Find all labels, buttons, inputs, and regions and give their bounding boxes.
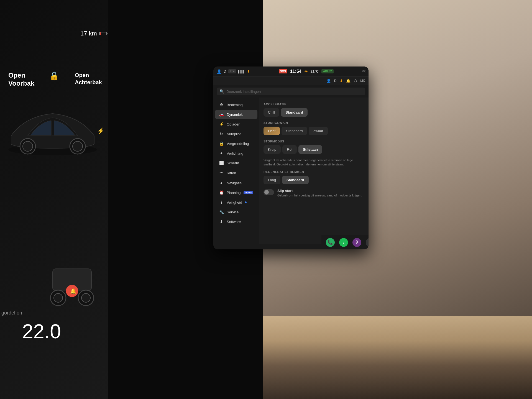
opladen-icon: ⚡ (219, 122, 224, 126)
verlichting-label: Verlichting (227, 151, 243, 155)
slip-start-toggle[interactable] (264, 189, 274, 195)
stuurgewicht-btn-group: Licht Standaard Zwaar (264, 127, 364, 135)
user-initial-2: D (334, 79, 337, 83)
bluetooth-icon: ⬡ (354, 79, 357, 83)
taskbar: 📞 ♪ 🎙 ··· 🕹 ▶ 📅 🔊 › (321, 235, 369, 249)
sidebar-item-scherm[interactable]: ⬜ Scherm (215, 158, 257, 168)
taskbar-spotify-btn[interactable]: ♪ (339, 238, 348, 247)
stuurgewicht-section-label: Stuurgewicht (264, 121, 364, 124)
dynamiek-label: Dynamiek (227, 112, 243, 117)
stopmodus-section-label: Stopmodus (264, 140, 364, 143)
regeneratief-btn-group: Laag Standaard (264, 176, 364, 184)
tesla-screen: 👤 D LTE ▌▌▌ ⬇ SOS 11:54 ☀ 21°C AGI 52 🗺 … (213, 66, 369, 249)
stopmodus-description: Vergroot de actieradius door meer regene… (264, 158, 364, 167)
sidebar-item-verlichting[interactable]: ✦ Verlichting (215, 149, 257, 158)
sos-badge: SOS (279, 69, 287, 73)
search-bar[interactable]: 🔍 Doorzoek instellingen (217, 88, 365, 95)
status-left: 👤 D LTE ▌▌▌ ⬇ (217, 69, 250, 74)
sidebar-item-bediening[interactable]: ⚙ Bediening (215, 100, 257, 109)
svg-point-10 (81, 293, 90, 302)
sidebar-item-service[interactable]: 🔧 Service (215, 207, 257, 217)
agi-badge: AGI 52 (321, 69, 334, 73)
sidebar-item-software[interactable]: ⬇ Software (215, 217, 257, 226)
voorbak-text: Voorbak (8, 80, 34, 88)
achterbak-text: Achterbak (75, 79, 102, 86)
left-dashboard: 17 km Open Voorbak 🔓 Open Achterbak (0, 0, 108, 399)
search-placeholder: Doorzoek instellingen (226, 89, 261, 94)
status-bar-2: 👤 D ⬇ 🔔 ⬡ LTE (213, 76, 369, 85)
stuurgewicht-zwaar-btn[interactable]: Zwaar (309, 127, 328, 135)
dynamiek-icon: 🚗 (219, 112, 224, 117)
stopmodus-btn-group: Kruip Rol Stilstaan (264, 145, 364, 154)
autopilot-icon: ↻ (219, 132, 224, 136)
software-icon: ⬇ (219, 219, 224, 224)
slip-start-row: Slip start Gebruik om het voertuig uit s… (264, 189, 364, 198)
ritten-label: Ritten (227, 171, 236, 175)
vergrendeling-label: Vergrendeling (227, 142, 249, 146)
veiligheid-icon: ℹ (219, 200, 224, 204)
stopmodus-kruip-btn[interactable]: Kruip (264, 145, 281, 154)
person-icon: 👤 (217, 69, 221, 74)
regeneratief-standaard-btn[interactable]: Standaard (282, 176, 309, 184)
svg-point-2 (23, 141, 33, 151)
svg-text:⚡: ⚡ (97, 127, 103, 135)
slip-start-text: Slip start Gebruik om het voertuig uit s… (277, 189, 362, 198)
scherm-label: Scherm (227, 161, 239, 165)
acceleratie-btn-group: Chill Standaard (264, 108, 364, 117)
software-label: Software (227, 220, 241, 224)
open-label-voorbak: Open (8, 71, 34, 80)
svg-point-4 (73, 141, 83, 151)
sidebar-item-dynamiek[interactable]: 🚗 Dynamiek (215, 110, 257, 119)
taskbar-phone-btn[interactable]: 📞 (326, 238, 335, 247)
slip-start-desc: Gebruik om het voertuig uit sneeuw, zand… (277, 193, 362, 198)
voorbak-label: Open Voorbak (8, 71, 34, 88)
sidebar-item-veiligheid[interactable]: ℹ Veiligheid (215, 198, 257, 207)
planning-label: Planning (227, 191, 241, 195)
settings-panel: Acceleratie Chill Standaard Stuurgewicht… (259, 98, 369, 244)
stopmodus-rol-btn[interactable]: Rol (282, 145, 297, 154)
svg-text:🔔: 🔔 (70, 288, 76, 294)
sidebar-item-navigatie[interactable]: ▲ Navigatie (215, 178, 257, 188)
screen-content: ⚙ Bediening 🚗 Dynamiek ⚡ Opladen ↻ Autop… (213, 98, 369, 244)
sidebar-item-planning[interactable]: ⏰ Planning NIEUW (215, 188, 257, 197)
acceleratie-section-label: Acceleratie (264, 103, 364, 106)
sidebar: ⚙ Bediening 🚗 Dynamiek ⚡ Opladen ↻ Autop… (213, 98, 259, 244)
regeneratief-laag-btn[interactable]: Laag (264, 176, 280, 184)
acceleratie-standaard-btn[interactable]: Standaard (281, 108, 308, 117)
sidebar-item-autopilot[interactable]: ↻ Autopilot (215, 129, 257, 139)
map-icon: 🗺 (362, 70, 365, 73)
stopmodus-stilstaan-btn[interactable]: Stilstaan (298, 145, 322, 154)
speed-display: 22.0 (22, 318, 61, 344)
download-icon: ⬇ (247, 69, 250, 73)
battery-fill (100, 32, 101, 35)
navigatie-icon: ▲ (219, 181, 224, 185)
service-icon: 🔧 (219, 210, 224, 214)
slip-start-label: Slip start (277, 189, 362, 193)
sidebar-item-vergrendeling[interactable]: 🔒 Vergrendeling (215, 139, 257, 148)
lock-icon: 🔓 (49, 71, 59, 81)
tesla-screen-wrapper: 👤 D LTE ▌▌▌ ⬇ SOS 11:54 ☀ 21°C AGI 52 🗺 … (105, 33, 266, 227)
scherm-icon: ⬜ (219, 161, 224, 165)
bell-icon: 🔔 (346, 79, 351, 83)
time-display: 11:54 (290, 69, 301, 74)
stuurgewicht-licht-btn[interactable]: Licht (264, 127, 280, 135)
planning-new-badge: NIEUW (244, 191, 253, 194)
toggle-knob (264, 190, 269, 195)
veiligheid-label: Veiligheid (227, 200, 242, 204)
acceleratie-chill-btn[interactable]: Chill (264, 108, 279, 117)
autopilot-label: Autopilot (227, 132, 241, 136)
taskbar-icons: 📞 ♪ 🎙 ··· 🕹 ▶ 📅 (326, 238, 369, 247)
person-icon-2: 👤 (326, 79, 331, 83)
speed-value: 22.0 (22, 320, 61, 342)
bediening-icon: ⚙ (219, 103, 224, 107)
temp-display: 21°C (311, 69, 319, 73)
car-image: ⚡ (3, 94, 103, 166)
stuurgewicht-standaard-btn[interactable]: Standaard (282, 127, 307, 135)
sidebar-item-ritten[interactable]: 〜 Ritten (215, 168, 257, 178)
search-icon: 🔍 (219, 89, 224, 94)
achterbak-label: Open Achterbak (75, 71, 102, 86)
taskbar-podcast-btn[interactable]: 🎙 (352, 238, 361, 247)
service-label: Service (227, 210, 239, 214)
sidebar-item-opladen[interactable]: ⚡ Opladen (215, 119, 257, 129)
taskbar-more-btn[interactable]: ··· (366, 238, 369, 247)
